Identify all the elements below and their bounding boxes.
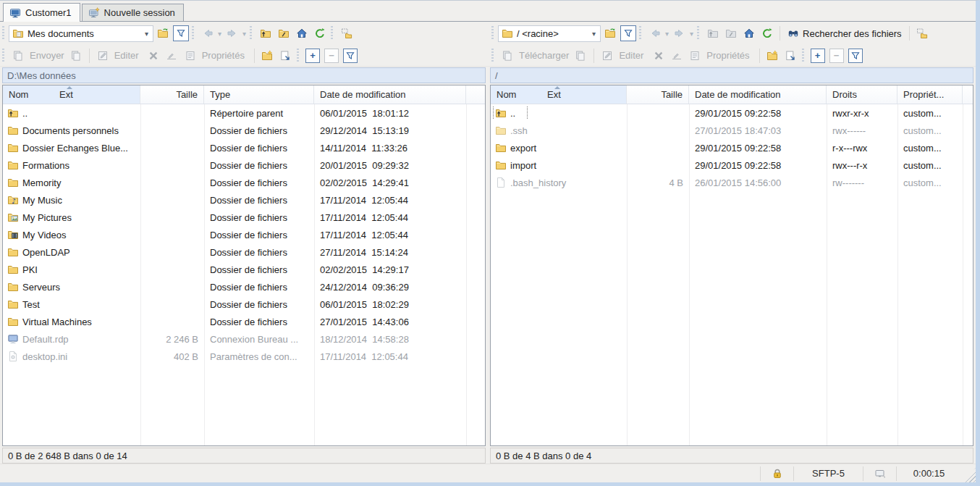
- toolbar-grip[interactable]: [638, 26, 643, 41]
- filter-button-right[interactable]: [619, 25, 637, 42]
- toolbar-grip[interactable]: [1, 49, 7, 63]
- new-folder-button-right[interactable]: [764, 47, 782, 64]
- open-in-explorer-button-left[interactable]: [276, 47, 295, 64]
- column-header-taille[interactable]: Taille: [627, 85, 689, 104]
- file-row[interactable]: ..Répertoire parent06/01/2015 18:01:12: [3, 104, 485, 122]
- column-header-date[interactable]: Date de modification: [689, 85, 827, 104]
- root-directory-button-right[interactable]: [722, 25, 740, 42]
- file-row[interactable]: Dossier Echanges Blue...Dossier de fichi…: [3, 139, 485, 156]
- file-row[interactable]: desktop.ini402 BParamètres de con...17/1…: [3, 348, 485, 365]
- file-row[interactable]: ♪My MusicDossier de fichiers17/11/2014 1…: [3, 191, 485, 209]
- column-header-ext[interactable]: Ext: [547, 89, 561, 100]
- column-header-nom[interactable]: Nom Ext: [3, 85, 140, 104]
- column-header-type[interactable]: Type: [204, 85, 314, 104]
- location-combobox-right[interactable]: / <racine> ▾: [498, 25, 601, 42]
- search-files-button[interactable]: Rechercher des fichiers: [784, 25, 905, 42]
- forward-history-dropdown[interactable]: ▾: [688, 30, 695, 38]
- location-combobox-left[interactable]: Mes documents ▾: [9, 25, 153, 42]
- unselect-files-button-left[interactable]: −: [324, 49, 339, 63]
- file-row[interactable]: PKIDossier de fichiers02/02/2015 14:29:1…: [3, 261, 485, 278]
- forward-button-left[interactable]: [223, 25, 241, 42]
- unselect-files-button-right[interactable]: −: [829, 49, 844, 63]
- local-path-bar[interactable]: D:\Mes données: [2, 67, 486, 83]
- file-row[interactable]: export29/01/2015 09:22:58r-x---rwxcustom…: [491, 139, 973, 156]
- toolbar-grip[interactable]: [330, 26, 335, 41]
- select-files-button-right[interactable]: +: [811, 49, 825, 63]
- file-row[interactable]: My VideosDossier de fichiers17/11/2014 1…: [3, 226, 485, 243]
- tab-customer1[interactable]: Customer1: [3, 3, 80, 22]
- file-row[interactable]: My PicturesDossier de fichiers17/11/2014…: [3, 209, 485, 226]
- tab-nouvelle-session[interactable]: Nouvelle session: [82, 4, 184, 21]
- column-header-nom[interactable]: Nom Ext: [491, 85, 627, 104]
- back-button-left[interactable]: [198, 25, 216, 42]
- new-folder-button-left[interactable]: [258, 47, 276, 64]
- file-row[interactable]: ..29/01/2015 09:22:58rwxr-xr-xcustom...: [491, 104, 973, 122]
- local-list-body[interactable]: ..Répertoire parent06/01/2015 18:01:12Do…: [3, 104, 485, 445]
- protocol-cell[interactable]: SFTP-5: [793, 466, 863, 481]
- column-header-ext[interactable]: Ext: [59, 89, 73, 100]
- file-row[interactable]: Documents personnelsDossier de fichiers2…: [3, 122, 485, 139]
- file-row[interactable]: Default.rdp2 246 BConnexion Bureau ...18…: [3, 330, 485, 348]
- file-row[interactable]: FormationsDossier de fichiers20/01/2015 …: [3, 156, 485, 174]
- refresh-button-left[interactable]: [311, 25, 329, 42]
- security-status-cell[interactable]: [760, 466, 793, 481]
- properties-button-left[interactable]: Propriétés: [181, 47, 250, 64]
- parent-directory-button-right[interactable]: [704, 25, 722, 42]
- toolbar-grip[interactable]: [191, 26, 196, 41]
- open-in-explorer-button-right[interactable]: [782, 47, 800, 64]
- open-directory-button-left[interactable]: [153, 25, 172, 42]
- select-files-button-left[interactable]: +: [305, 49, 320, 63]
- chevron-down-icon[interactable]: ▾: [143, 30, 150, 38]
- filter-button-left[interactable]: [172, 25, 190, 42]
- file-row[interactable]: .bash_history4 B26/01/2015 14:56:00rw---…: [491, 174, 973, 191]
- toolbar-grip[interactable]: [491, 26, 496, 41]
- back-history-dropdown[interactable]: ▾: [664, 30, 670, 38]
- delete-button-right[interactable]: [649, 47, 667, 64]
- file-row[interactable]: TestDossier de fichiers06/01/2015 18:02:…: [3, 296, 485, 313]
- selection-filter-button-right[interactable]: [848, 49, 863, 63]
- resize-grip[interactable]: [964, 468, 976, 482]
- home-directory-button-left[interactable]: [292, 25, 311, 42]
- column-header-date[interactable]: Date de modification: [314, 85, 466, 104]
- forward-history-dropdown[interactable]: ▾: [241, 30, 248, 38]
- synchronize-browsing-button-right[interactable]: [913, 25, 932, 42]
- toolbar-grip[interactable]: [296, 49, 301, 63]
- column-header-proprietaire[interactable]: Propriét...: [897, 85, 963, 104]
- remote-path-bar[interactable]: /: [490, 67, 973, 83]
- edit-button-left[interactable]: Editer: [93, 47, 145, 64]
- file-row[interactable]: OpenLDAPDossier de fichiers27/11/2014 15…: [3, 243, 485, 261]
- back-button-right[interactable]: [646, 25, 664, 42]
- column-header-taille[interactable]: Taille: [140, 85, 204, 104]
- toolbar-grip[interactable]: [491, 49, 496, 63]
- remote-list-body[interactable]: ..29/01/2015 09:22:58rwxr-xr-xcustom....…: [491, 104, 973, 445]
- file-row[interactable]: import29/01/2015 09:22:58rwx---r-xcustom…: [491, 156, 973, 174]
- column-header-droits[interactable]: Droits: [827, 85, 897, 104]
- chevron-down-icon[interactable]: ▾: [591, 30, 597, 38]
- toolbar-grip[interactable]: [1, 26, 7, 41]
- root-directory-button-left[interactable]: [274, 25, 292, 42]
- selection-filter-button-left[interactable]: [343, 49, 358, 63]
- delete-button-left[interactable]: [145, 47, 163, 64]
- toolbar-grip[interactable]: [249, 26, 254, 41]
- toolbar-grip[interactable]: [801, 49, 806, 63]
- back-history-dropdown[interactable]: ▾: [216, 30, 223, 38]
- refresh-button-right[interactable]: [758, 25, 776, 42]
- session-info-cell[interactable]: [863, 466, 896, 481]
- file-row[interactable]: MemorityDossier de fichiers02/02/2015 14…: [3, 174, 485, 191]
- toolbar-grip[interactable]: [696, 26, 701, 41]
- rename-button-right[interactable]: [667, 47, 685, 64]
- open-directory-button-right[interactable]: [601, 25, 619, 42]
- edit-button-right[interactable]: Editer: [598, 47, 649, 64]
- properties-button-right[interactable]: Propriétés: [685, 47, 755, 64]
- upload-button[interactable]: Envoyer: [9, 47, 85, 64]
- file-type: Dossier de fichiers: [204, 143, 314, 154]
- file-row[interactable]: ServeursDossier de fichiers24/12/2014 09…: [3, 278, 485, 296]
- parent-directory-button-left[interactable]: [256, 25, 274, 42]
- forward-button-right[interactable]: [670, 25, 688, 42]
- file-row[interactable]: Virtual MachinesDossier de fichiers27/01…: [3, 313, 485, 330]
- rename-button-left[interactable]: [163, 47, 181, 64]
- home-directory-button-right[interactable]: [740, 25, 758, 42]
- download-button[interactable]: Télécharger: [498, 47, 590, 64]
- file-row[interactable]: .ssh27/01/2015 18:47:03rwx------custom..…: [491, 122, 973, 139]
- synchronize-browsing-button-left[interactable]: [337, 25, 355, 42]
